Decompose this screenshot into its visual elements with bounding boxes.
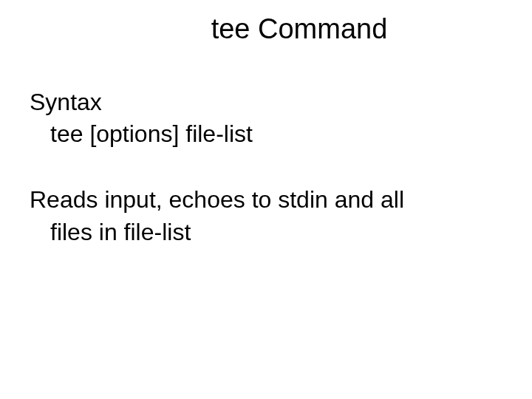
- slide-content: Syntax tee [options] file-list Reads inp…: [30, 86, 502, 248]
- syntax-usage: tee [options] file-list: [30, 118, 502, 150]
- description-line-2: files in file-list: [30, 216, 502, 248]
- slide-container: tee Command Syntax tee [options] file-li…: [0, 0, 532, 399]
- description-line-1: Reads input, echoes to stdin and all: [30, 184, 502, 216]
- slide-title: tee Command: [126, 13, 473, 45]
- syntax-heading: Syntax: [30, 86, 502, 118]
